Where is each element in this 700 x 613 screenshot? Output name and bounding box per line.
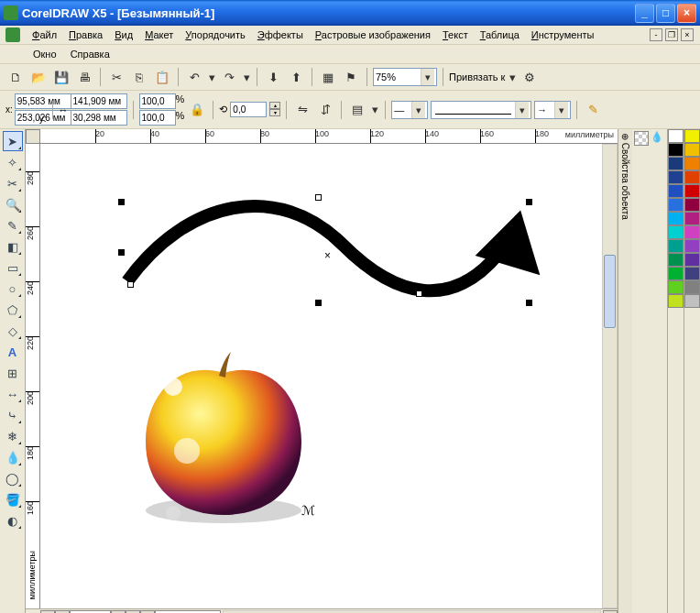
import-button[interactable]: ⬇	[263, 67, 283, 87]
swatch-0[interactable]	[668, 129, 684, 143]
swatch-16[interactable]	[684, 170, 700, 184]
swatch-14[interactable]	[684, 143, 700, 157]
menu-table[interactable]: Таблица	[475, 27, 525, 42]
swatch-23[interactable]	[684, 267, 700, 280]
export-button[interactable]: ⬆	[286, 67, 306, 87]
menu-tools[interactable]: Инструменты	[526, 27, 600, 42]
interactive-tool[interactable]: ❄	[3, 426, 23, 446]
swatch-25[interactable]	[684, 294, 700, 308]
swatch-11[interactable]	[668, 280, 684, 294]
end-cap-combo[interactable]: →▾	[534, 101, 571, 119]
mdi-minimize[interactable]: -	[650, 28, 662, 41]
menu-layout[interactable]: Макет	[139, 27, 179, 42]
cut-button[interactable]: ✂	[106, 67, 126, 87]
handle-bl[interactable]	[127, 281, 134, 288]
handle-tm[interactable]	[315, 194, 322, 201]
swatch-15[interactable]	[684, 157, 700, 170]
swatch-8[interactable]	[668, 239, 684, 253]
shape-tool[interactable]: ✧	[3, 152, 23, 172]
swatch-10[interactable]	[668, 267, 684, 280]
swatch-24[interactable]	[684, 280, 700, 294]
handle-br2[interactable]	[526, 300, 532, 306]
vscrollbar[interactable]	[602, 144, 618, 608]
swatch-6[interactable]	[668, 212, 684, 225]
basic-shapes-tool[interactable]: ◇	[3, 321, 23, 341]
wrap-dd[interactable]: ▾	[370, 100, 379, 120]
handle-center[interactable]: ×	[324, 249, 331, 262]
handle-tl[interactable]	[118, 199, 125, 205]
rectangle-tool[interactable]: ▭	[3, 257, 23, 278]
connector-tool[interactable]: ⤷	[3, 405, 23, 425]
redo-dd[interactable]: ▾	[242, 67, 251, 87]
menu-window[interactable]: Окно	[27, 47, 62, 61]
swatch-17[interactable]	[684, 184, 700, 198]
freehand-tool[interactable]: ✎	[3, 215, 23, 235]
polygon-tool[interactable]: ⬠	[3, 300, 23, 320]
prev-page-button[interactable]: ◀	[55, 610, 70, 614]
swatch-4[interactable]	[668, 184, 684, 198]
save-button[interactable]: 💾	[51, 67, 71, 87]
menu-arrange[interactable]: Упорядочить	[180, 27, 250, 42]
swatch-3[interactable]	[668, 170, 684, 184]
ruler-horizontal[interactable]: 20 40 60 80 100 120 140 160 180 миллимет…	[40, 129, 618, 144]
line-style-combo[interactable]: ▾	[431, 101, 531, 119]
swatch-13[interactable]	[684, 129, 700, 143]
rot-input[interactable]	[230, 102, 267, 117]
swatch-18[interactable]	[684, 198, 700, 212]
snap-dd[interactable]: ▾	[508, 67, 517, 87]
ellipse-tool[interactable]: ○	[3, 279, 23, 299]
outline-button[interactable]: ✎	[583, 100, 603, 120]
sy-input[interactable]	[139, 110, 176, 126]
add-page-button[interactable]: +	[140, 610, 155, 614]
redo-button[interactable]: ↷	[219, 67, 239, 87]
rot-down[interactable]: ▾	[269, 109, 280, 116]
handle-tr[interactable]	[526, 199, 532, 205]
menu-view[interactable]: Вид	[109, 27, 138, 42]
ruler-vertical[interactable]: 280 260 240 220 200 180 160 миллиметры	[26, 144, 40, 608]
paste-button[interactable]: 📋	[152, 67, 172, 87]
close-button[interactable]: ×	[677, 4, 696, 23]
swatch-7[interactable]	[668, 225, 684, 239]
start-cap-combo[interactable]: —▾	[391, 101, 428, 119]
next-page-button[interactable]: ▶	[111, 610, 126, 614]
h-input[interactable]	[71, 110, 127, 126]
zoom-combo[interactable]: 75% ▾	[373, 68, 437, 86]
handle-mr[interactable]	[526, 249, 532, 256]
last-page-button[interactable]: ⏭	[126, 610, 140, 614]
mirror-v-button[interactable]: ⇵	[315, 100, 335, 120]
open-button[interactable]: 📂	[28, 67, 49, 87]
text-tool[interactable]: A	[3, 342, 23, 362]
swatch-19[interactable]	[684, 212, 700, 225]
swatch-9[interactable]	[668, 253, 684, 267]
swatch-20[interactable]	[684, 225, 700, 239]
first-page-button[interactable]: ⏮	[40, 610, 55, 614]
menu-effects[interactable]: Эффекты	[252, 27, 309, 42]
swatch-22[interactable]	[684, 253, 700, 267]
handle-br[interactable]	[416, 290, 422, 297]
smart-fill-tool[interactable]: ◧	[3, 236, 23, 257]
undo-button[interactable]: ↶	[184, 67, 204, 87]
menu-file[interactable]: Файл	[27, 27, 62, 42]
w-input[interactable]	[71, 93, 127, 109]
handle-bm[interactable]	[315, 300, 322, 306]
undo-dd[interactable]: ▾	[207, 67, 216, 87]
swatch-12[interactable]	[668, 294, 684, 308]
app-launcher[interactable]: ▦	[318, 67, 338, 87]
object-properties-panel[interactable]: ⊕ Свойства объекта	[618, 129, 632, 613]
fill-tool[interactable]: 🪣	[3, 489, 23, 509]
mirror-h-button[interactable]: ⇋	[292, 100, 312, 120]
rot-up[interactable]: ▴	[269, 102, 280, 109]
swatch-5[interactable]	[668, 198, 684, 212]
wrap-button[interactable]: ▤	[347, 100, 367, 120]
crop-tool[interactable]: ✂	[3, 173, 23, 193]
copy-button[interactable]: ⎘	[129, 67, 149, 87]
apple-bitmap[interactable]: ℳ	[123, 350, 324, 533]
minimize-button[interactable]: _	[635, 4, 654, 23]
lock-ratio-button[interactable]: 🔒	[187, 100, 207, 120]
no-color-swatch[interactable]	[634, 131, 649, 146]
ruler-origin[interactable]	[26, 129, 40, 144]
mdi-close[interactable]: ×	[681, 28, 694, 41]
mdi-restore[interactable]: ❐	[665, 28, 678, 41]
menu-help[interactable]: Справка	[65, 47, 115, 61]
welcome-button[interactable]: ⚑	[341, 67, 361, 87]
